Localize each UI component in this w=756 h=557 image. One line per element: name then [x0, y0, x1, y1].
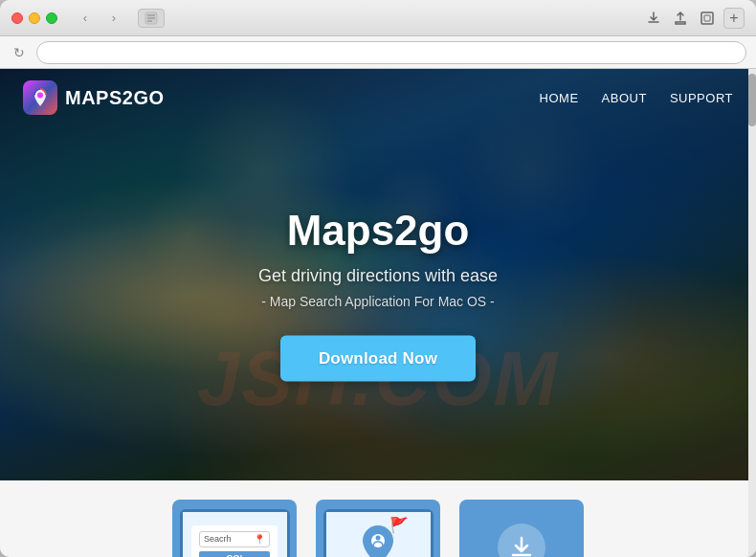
minimize-button[interactable]	[29, 12, 40, 24]
search-feature-card: Seacrh 📍 GO!	[172, 500, 297, 557]
address-bar[interactable]	[36, 41, 746, 64]
nav-home[interactable]: HOME	[540, 91, 579, 105]
hero-content: Maps2go Get driving directions with ease…	[0, 207, 756, 382]
download-icon-container: ✓	[498, 524, 545, 557]
address-bar-row: ↻	[0, 36, 756, 69]
close-button[interactable]	[11, 12, 23, 24]
location-laptop-frame: 🚩	[323, 509, 434, 557]
add-tab-button[interactable]: +	[723, 8, 745, 29]
location-flag-icon: 🚩	[389, 516, 409, 534]
traffic-lights	[11, 12, 57, 24]
cards-section: Seacrh 📍 GO!	[0, 480, 756, 557]
logo[interactable]: MAPS2GO	[23, 80, 165, 115]
nav-support[interactable]: SUPPORT	[670, 91, 733, 105]
svg-point-8	[376, 536, 381, 541]
logo-icon	[23, 80, 57, 115]
tab-bar	[138, 9, 165, 28]
hero-title: Maps2go	[0, 207, 756, 255]
share-toolbar-icon[interactable]	[670, 8, 691, 29]
svg-rect-4	[701, 12, 713, 24]
hero-section: JSH.COM MAPS2GO HOME	[0, 69, 756, 480]
location-feature-card: 🚩	[316, 500, 440, 557]
navbar: MAPS2GO HOME ABOUT SUPPORT	[0, 69, 756, 126]
location-icon-wrap: 🚩	[357, 522, 399, 557]
nav-about[interactable]: ABOUT	[602, 91, 647, 105]
hero-subtitle: Get driving directions with ease	[0, 266, 756, 286]
nav-links: HOME ABOUT SUPPORT	[540, 91, 733, 105]
download-toolbar-icon[interactable]	[643, 8, 664, 29]
search-bar-mockup: Seacrh 📍	[199, 531, 270, 547]
logo-text: MAPS2GO	[65, 87, 165, 109]
browser-window: ‹ ›	[0, 0, 756, 557]
forward-button[interactable]: ›	[101, 9, 126, 28]
back-button[interactable]: ‹	[73, 9, 98, 28]
search-mockup: Seacrh 📍 GO!	[191, 525, 278, 558]
download-now-button[interactable]: Download Now	[280, 336, 476, 382]
download-feature-card: ✓	[459, 500, 584, 557]
reload-button[interactable]: ↻	[10, 43, 29, 62]
nav-buttons: ‹ ›	[73, 9, 126, 28]
svg-point-6	[37, 93, 43, 99]
location-laptop-inner: 🚩	[326, 512, 431, 557]
hero-tagline: - Map Search Application For Mac OS -	[0, 294, 756, 309]
search-placeholder-text: Seacrh	[204, 534, 250, 544]
tab-icon	[138, 9, 165, 28]
website-content: JSH.COM MAPS2GO HOME	[0, 69, 756, 557]
extend-toolbar-icon[interactable]	[697, 8, 718, 29]
download-arrow-icon	[506, 532, 537, 557]
toolbar-icons: +	[643, 8, 745, 29]
svg-rect-5	[704, 15, 710, 21]
search-laptop-frame: Seacrh 📍 GO!	[180, 509, 290, 557]
search-pin-icon: 📍	[254, 534, 265, 545]
go-button-mockup: GO!	[199, 551, 270, 558]
download-circle	[498, 524, 545, 557]
title-bar: ‹ ›	[0, 0, 756, 36]
maximize-button[interactable]	[46, 12, 57, 24]
search-laptop-inner: Seacrh 📍 GO!	[183, 512, 287, 557]
